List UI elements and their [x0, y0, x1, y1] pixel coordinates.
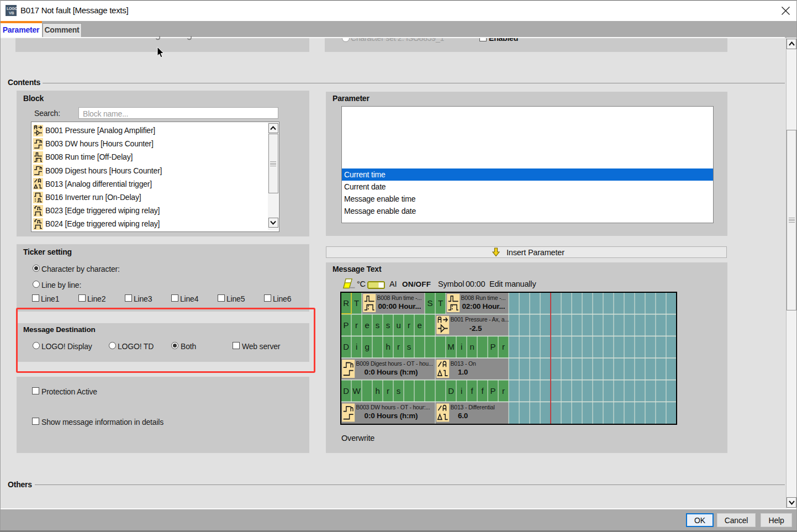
svg-text:D: D [343, 386, 349, 396]
svg-text:u: u [396, 320, 400, 330]
svg-text:e: e [365, 320, 369, 330]
svg-text:T: T [354, 298, 359, 308]
svg-text:s: s [376, 320, 379, 330]
svg-text:6.0: 6.0 [458, 412, 468, 420]
svg-text:B008 Run time -...: B008 Run time -... [461, 294, 506, 301]
svg-text:i: i [461, 386, 462, 396]
svg-text:B001 Pressure - Ax, a...: B001 Pressure - Ax, a... [451, 316, 509, 323]
svg-text:B009 Digest hours - OT - hou..: B009 Digest hours - OT - hou... [356, 360, 434, 367]
svg-text:r: r [502, 342, 505, 351]
svg-text:T: T [438, 298, 443, 308]
svg-text:h: h [375, 386, 379, 396]
svg-text:B013 - Differential: B013 - Differential [451, 404, 495, 410]
svg-text:S: S [427, 298, 433, 308]
svg-text:0:0 Hours (h:m): 0:0 Hours (h:m) [365, 412, 418, 420]
svg-text:-2.5: -2.5 [469, 324, 482, 333]
svg-text:i: i [356, 342, 357, 351]
svg-text:02:00 Hour...: 02:00 Hour... [462, 302, 505, 310]
svg-text:R: R [343, 298, 349, 308]
svg-text:r: r [397, 342, 400, 351]
svg-text:0:0 Hours (h:m): 0:0 Hours (h:m) [365, 368, 418, 376]
svg-text:g: g [365, 342, 369, 351]
svg-text:r: r [502, 386, 505, 396]
svg-text:LOGO: LOGO [7, 7, 17, 10]
svg-text:D: D [343, 342, 349, 351]
svg-text:i: i [461, 342, 462, 351]
svg-text:s: s [407, 342, 411, 351]
svg-text:s: s [397, 386, 400, 396]
svg-text:00:00 Hour...: 00:00 Hour... [378, 302, 421, 310]
svg-text:r: r [408, 320, 410, 330]
svg-text:M: M [447, 342, 454, 351]
svg-text:B008 Run time -...: B008 Run time -... [377, 294, 422, 301]
svg-text:h: h [386, 342, 390, 351]
svg-text:1.0: 1.0 [458, 368, 468, 376]
svg-text:P: P [490, 386, 496, 396]
svg-text:r: r [387, 386, 389, 396]
svg-text:W: W [353, 386, 361, 396]
svg-text:B013 - On: B013 - On [451, 360, 476, 367]
svg-text:P: P [490, 342, 496, 351]
svg-text:P: P [344, 320, 349, 330]
svg-text:n: n [469, 342, 474, 351]
svg-text:s: s [386, 320, 390, 330]
svg-text:D: D [448, 386, 454, 396]
svg-text:B003 DW hours - OT - hour:...: B003 DW hours - OT - hour:... [356, 404, 430, 410]
svg-text:e: e [417, 320, 421, 330]
svg-text:r: r [355, 320, 358, 330]
svg-text:VB: VB [9, 11, 14, 15]
